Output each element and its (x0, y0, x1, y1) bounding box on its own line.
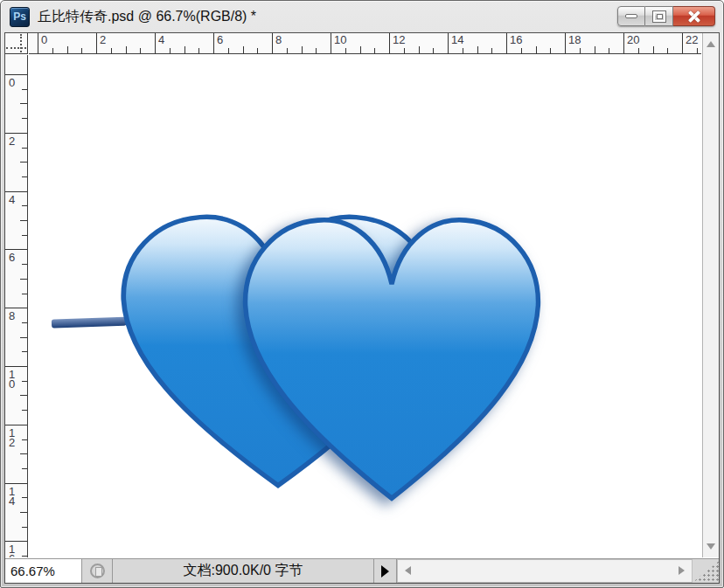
ruler-tick (67, 46, 68, 53)
ruler-tick (448, 33, 449, 54)
ruler-tick (22, 264, 27, 265)
ruler-tick-label: 4 (9, 195, 19, 204)
ruler-tick (140, 48, 141, 53)
document-size-info[interactable]: 文档:900.0K/0 字节 (112, 559, 374, 583)
window-resize-grip[interactable] (693, 559, 719, 583)
window-title: 丘比特传奇.psd @ 66.7%(RGB/8) * (38, 8, 256, 26)
ruler-tick (198, 48, 199, 53)
status-menu-arrow-icon (381, 565, 389, 578)
ruler-tick (491, 48, 492, 53)
ruler-tick (287, 48, 288, 53)
ruler-tick (5, 425, 28, 425)
close-button[interactable] (673, 6, 715, 26)
arrow-shaft (52, 317, 127, 329)
status-bar: 66.67% 文档:900.0K/0 字节 (5, 558, 719, 583)
ruler-tick (20, 395, 27, 396)
ruler-tick (22, 294, 27, 294)
scroll-left-icon[interactable] (405, 566, 411, 575)
ruler-tick (20, 512, 27, 513)
zoom-level-field[interactable]: 66.67% (5, 559, 82, 583)
ruler-tick (389, 33, 390, 54)
horizontal-ruler[interactable]: 0246810121416182022 (29, 33, 701, 54)
ruler-tick (623, 33, 624, 54)
ruler-tick-label: 20 (627, 35, 639, 45)
ruler-tick-label: 16 (9, 544, 19, 557)
ruler-tick (580, 48, 581, 53)
hearts-artwork (29, 55, 701, 557)
ruler-tick (81, 48, 82, 53)
ruler-tick (213, 33, 214, 54)
window-titlebar[interactable]: Ps 丘比特传奇.psd @ 66.7%(RGB/8) * (1, 1, 723, 32)
ruler-tick-label: 14 (451, 35, 463, 45)
ruler-tick-label: 10 (334, 35, 346, 45)
ruler-tick (374, 48, 375, 53)
ruler-origin-crosshair-vertical (20, 34, 22, 52)
ruler-tick-label: 6 (217, 35, 223, 45)
ruler-tick (5, 308, 28, 308)
ruler-tick-label: 10 (9, 370, 19, 389)
scroll-right-icon[interactable] (679, 566, 685, 575)
photoshop-document-window: Ps 丘比特传奇.psd @ 66.7%(RGB/8) * 0246810121… (0, 0, 724, 588)
ruler-tick (20, 337, 27, 338)
ruler-tick (22, 351, 27, 352)
ruler-tick (404, 48, 405, 53)
ruler-tick (22, 497, 27, 498)
ruler-tick (20, 162, 27, 163)
ruler-tick (521, 48, 522, 53)
ruler-tick (653, 46, 654, 53)
ruler-tick (5, 191, 28, 192)
status-menu-button[interactable] (374, 559, 397, 583)
scroll-down-icon[interactable] (707, 543, 715, 550)
ruler-tick (595, 46, 595, 53)
ruler-tick (360, 46, 361, 53)
ruler-tick (20, 279, 27, 280)
ruler-tick (550, 48, 551, 53)
ruler-tick (22, 148, 27, 149)
ruler-tick (433, 48, 434, 53)
ruler-tick-label: 2 (9, 136, 19, 146)
ruler-tick-label: 16 (510, 35, 522, 45)
ruler-tick (155, 33, 156, 54)
ruler-tick (638, 48, 639, 53)
ruler-tick (22, 89, 27, 90)
ruler-tick-label: 12 (9, 428, 19, 447)
ruler-tick (419, 46, 420, 53)
ruler-origin-crosshair-horizontal (6, 47, 26, 49)
scroll-up-icon[interactable] (707, 41, 715, 47)
document-profile-button[interactable] (82, 559, 112, 583)
ruler-tick (20, 453, 27, 454)
photoshop-app-icon: Ps (10, 7, 30, 27)
vertical-ruler[interactable]: 0246810121416 (5, 55, 28, 557)
ruler-tick-label: 4 (158, 35, 164, 45)
vertical-scrollbar[interactable] (702, 33, 719, 557)
horizontal-scrollbar[interactable] (397, 559, 693, 583)
document-area: 0246810121416182022 0246810121416 (4, 32, 720, 584)
ruler-tick (5, 366, 28, 367)
ruler-tick (22, 468, 27, 469)
restore-button[interactable] (645, 6, 673, 26)
ruler-tick (5, 483, 28, 484)
window-controls (617, 6, 715, 26)
canvas[interactable] (29, 55, 701, 557)
minimize-button[interactable] (617, 6, 645, 26)
ruler-tick-label: 18 (568, 35, 581, 45)
ruler-tick (20, 103, 27, 104)
ruler-tick (243, 46, 244, 53)
ruler-tick-label: 0 (9, 78, 19, 87)
ruler-tick (22, 439, 27, 440)
ruler-tick (697, 48, 698, 53)
document-profile-icon (90, 564, 105, 578)
minimize-icon (625, 14, 637, 18)
ruler-tick-label: 12 (393, 35, 405, 45)
ruler-tick (565, 33, 566, 54)
ruler-origin-box[interactable] (5, 33, 28, 54)
ruler-tick (477, 46, 478, 53)
ruler-tick-label: 22 (686, 35, 698, 45)
ruler-tick (22, 205, 27, 206)
ruler-tick-label: 14 (9, 487, 19, 506)
ruler-tick-label: 6 (9, 252, 19, 262)
ruler-tick (5, 74, 28, 75)
ruler-tick (316, 48, 317, 53)
ruler-tick (331, 33, 331, 54)
ruler-tick (302, 46, 303, 53)
